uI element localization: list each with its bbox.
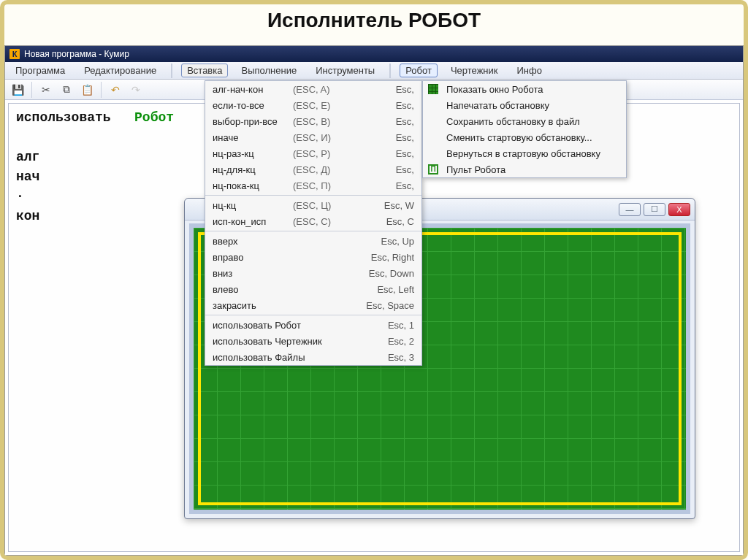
cut-icon[interactable]: ✂ — [38, 82, 54, 98]
robot-menu-item[interactable]: Вернуться в стартовую обстановку — [423, 145, 626, 161]
insert-menu-item[interactable]: если-то-все(ESC, E)Esc, — [205, 97, 421, 113]
insert-menu-item[interactable]: использовать РоботEsc, 1 — [205, 317, 421, 333]
insert-menu-item[interactable]: нц-раз-кц(ESC, Р)Esc, — [205, 145, 421, 161]
menu-separator — [205, 231, 421, 231]
insert-menu-item[interactable]: выбор-при-все(ESC, B)Esc, — [205, 113, 421, 129]
menubar-separator — [389, 64, 391, 78]
menu-info[interactable]: Инфо — [511, 64, 547, 77]
menu-item-label: Сменить стартовую обстановку... — [446, 132, 592, 143]
blank-icon — [427, 131, 439, 143]
menu-separator — [205, 195, 421, 196]
menubar-separator — [171, 64, 172, 78]
menu-program[interactable]: Программа — [9, 64, 71, 77]
close-button[interactable]: X — [668, 203, 690, 216]
insert-menu-item[interactable]: нц-кц(ESC, Ц)Esc, W — [205, 197, 421, 213]
paste-icon[interactable]: 📋 — [79, 82, 95, 98]
insert-menu-item[interactable]: нц-пока-кц(ESC, П)Esc, — [205, 177, 421, 193]
menu-item-label: Вернуться в стартовую обстановку — [446, 148, 600, 159]
robot-menu-dropdown: Показать окно РоботаНапечатать обстановк… — [422, 80, 627, 178]
insert-menu-item[interactable]: закраситьEsc, Space — [205, 297, 421, 313]
blank-icon — [427, 147, 439, 159]
menu-item-label: Сохранить обстановку в файл — [446, 116, 580, 127]
menu-item-label: Пульт Робота — [446, 164, 505, 175]
menu-robot[interactable]: Робот — [400, 64, 438, 77]
blank-icon — [427, 115, 439, 127]
insert-menu-item[interactable]: алг-нач-кон(ESC, A)Esc, — [205, 81, 421, 97]
menu-tools[interactable]: Инструменты — [310, 64, 381, 77]
insert-menu-dropdown: алг-нач-кон(ESC, A)Esc,если-то-все(ESC, … — [205, 80, 422, 366]
panel-icon: П — [427, 164, 439, 175]
robot-menu-item[interactable]: Напечатать обстановку — [423, 97, 626, 113]
robot-menu-item[interactable]: ППульт Робота — [423, 161, 626, 177]
menu-separator — [205, 315, 421, 315]
minimize-button[interactable]: — — [619, 203, 641, 216]
grid-icon — [427, 83, 439, 95]
copy-icon[interactable]: ⧉ — [58, 82, 75, 98]
redo-icon[interactable]: ↷ — [128, 82, 144, 98]
menubar: Программа Редактирование Вставка Выполне… — [5, 62, 743, 80]
window-title: Новая программа - Кумир — [24, 49, 129, 59]
menu-run[interactable]: Выполнение — [235, 64, 302, 77]
insert-menu-item[interactable]: внизEsc, Down — [205, 265, 421, 281]
menu-item-label: Напечатать обстановку — [446, 100, 549, 111]
toolbar-divider — [101, 82, 102, 98]
menu-drafter[interactable]: Чертежник — [445, 64, 504, 77]
insert-menu-item[interactable]: влевоEsc, Left — [205, 281, 421, 297]
save-icon[interactable]: 💾 — [9, 82, 26, 98]
menu-insert[interactable]: Вставка — [181, 64, 228, 77]
slide-title: Исполнитель РОБОТ — [4, 4, 744, 38]
robot-menu-item[interactable]: Показать окно Робота — [423, 81, 626, 97]
undo-icon[interactable]: ↶ — [107, 82, 123, 98]
titlebar: К Новая программа - Кумир — [5, 46, 743, 62]
menu-item-label: Показать окно Робота — [446, 84, 543, 95]
menu-edit[interactable]: Редактирование — [78, 64, 162, 77]
kw-use: использовать — [16, 110, 111, 125]
app-icon: К — [9, 49, 20, 59]
insert-menu-item[interactable]: иначе(ESC, И)Esc, — [205, 129, 421, 145]
robot-menu-item[interactable]: Сохранить обстановку в файл — [423, 113, 626, 129]
blank-icon — [427, 99, 439, 111]
robot-menu-item[interactable]: Сменить стартовую обстановку... — [423, 129, 626, 145]
insert-menu-item[interactable]: вправоEsc, Right — [205, 249, 421, 265]
insert-menu-item[interactable]: исп-кон_исп(ESC, С)Esc, C — [205, 213, 421, 229]
toolbar-divider — [31, 82, 32, 98]
insert-menu-item[interactable]: использовать ФайлыEsc, 3 — [205, 349, 421, 365]
kw-robot: Робот — [134, 110, 174, 125]
maximize-button[interactable]: ☐ — [644, 203, 665, 216]
insert-menu-item[interactable]: нц-для-кц(ESC, Д)Esc, — [205, 161, 421, 177]
insert-menu-item[interactable]: вверхEsc, Up — [205, 233, 421, 249]
insert-menu-item[interactable]: использовать ЧертежникEsc, 2 — [205, 333, 421, 349]
